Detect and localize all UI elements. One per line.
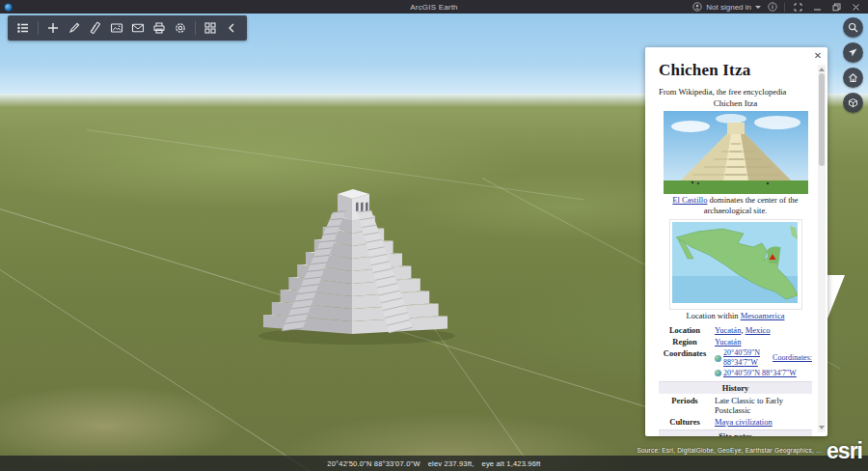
cultures-row: Cultures Maya civilization	[659, 417, 812, 427]
home-button[interactable]	[843, 68, 863, 88]
fullscreen-button[interactable]	[792, 1, 804, 13]
status-bar: 20°42'50.0"N 88°33'07.0"W elev 237.93ft,…	[0, 456, 868, 471]
scrollbar-thumb[interactable]	[819, 73, 825, 166]
maya-civilization-link[interactable]: Maya civilization	[715, 417, 773, 427]
draw-icon[interactable]	[65, 18, 84, 38]
scroll-down-icon[interactable]	[819, 426, 825, 429]
region-yucatan-link[interactable]: Yucatán	[715, 337, 741, 346]
mesoamerica-map[interactable]	[672, 222, 798, 303]
sign-in-menu[interactable]: Not signed in	[692, 2, 761, 12]
region-row: Region Yucatán	[659, 337, 812, 346]
el-castillo-link[interactable]: El Castillo	[672, 195, 707, 205]
user-account-icon	[692, 2, 702, 12]
globe-icon	[715, 370, 721, 376]
coordinates-row: Coordinates 20°40′59″N 88°34′7″WCoordina…	[659, 348, 812, 378]
wiki-subtitle: From Wikipedia, the free encyclopedia	[659, 87, 812, 97]
photo-caption: El Castillo dominates the center of the …	[659, 195, 812, 215]
coordinates-link-1[interactable]: 20°40′59″N 88°34′7″W	[723, 348, 771, 369]
eye-altitude-readout: eye alt 1,423.96ft	[482, 459, 541, 468]
cursor-coordinates: 20°42'50.0"N 88°33'07.0"W	[327, 459, 420, 468]
collapse-toolbar-icon[interactable]	[222, 18, 241, 38]
apps-grid-icon[interactable]	[201, 18, 220, 38]
el-castillo-photo[interactable]	[664, 111, 808, 194]
map-caption: Location within Mesoamerica	[659, 311, 812, 321]
minimize-button[interactable]	[811, 1, 824, 13]
about-info-icon[interactable]	[768, 2, 777, 12]
location-row: Location Yucatán, Mexico	[659, 325, 812, 335]
restore-button[interactable]	[830, 1, 843, 13]
nav-rail	[843, 17, 863, 113]
map-attribution: Source: Esri, DigitalGlobe, GeoEye, Eart…	[637, 447, 822, 454]
scroll-up-icon[interactable]	[819, 68, 825, 71]
site-notes-header: Site notes	[659, 429, 812, 436]
print-icon[interactable]	[149, 18, 169, 38]
mexico-link[interactable]: Mexico	[746, 325, 771, 335]
infobox-title: Chichen Itza	[659, 98, 812, 108]
add-data-icon[interactable]	[43, 18, 63, 38]
coordinates-label-link[interactable]: Coordinates:	[773, 353, 812, 363]
scene-view-button[interactable]	[843, 93, 863, 113]
locator-map-frame	[669, 219, 802, 310]
el-castillo-3d-model[interactable]	[243, 154, 467, 347]
coordinates-link-2[interactable]: 20°40′59″N 88°34′7″W	[723, 369, 797, 378]
email-share-icon[interactable]	[128, 18, 148, 38]
popup-title: Chichen Itza	[659, 61, 812, 80]
esri-logo: esri	[827, 438, 862, 464]
sign-in-label: Not signed in	[706, 3, 751, 12]
popup-scrollbar[interactable]	[818, 65, 826, 432]
globe-icon	[715, 355, 721, 362]
title-bar: ArcGIS Earth Not signed in	[0, 0, 868, 14]
main-toolbar	[8, 15, 247, 41]
search-button[interactable]	[843, 17, 863, 38]
mesoamerica-link[interactable]: Mesoamerica	[741, 311, 785, 320]
table-of-contents-icon[interactable]	[14, 18, 33, 38]
close-button[interactable]	[850, 1, 862, 13]
toolbar-divider	[38, 21, 39, 35]
titlebar-divider	[784, 3, 785, 12]
popup-close-icon[interactable]: ✕	[812, 50, 824, 62]
navigate-button[interactable]	[843, 42, 863, 63]
history-header: History	[659, 381, 812, 394]
chevron-down-icon	[755, 6, 761, 9]
toolbar-divider	[195, 21, 196, 35]
settings-icon[interactable]	[171, 18, 190, 38]
arcgis-earth-window: ArcGIS Earth Not signed in	[0, 0, 868, 471]
periods-row: Periods Late Classic to Early Postclassi…	[659, 396, 812, 415]
yucatan-link[interactable]: Yucatán	[715, 325, 741, 335]
elevation-readout: elev 237.93ft,	[428, 459, 475, 468]
measure-icon[interactable]	[86, 18, 105, 38]
feature-popup: ✕ Chichen Itza From Wikipedia, the free …	[645, 47, 827, 436]
image-overlay-icon[interactable]	[107, 18, 126, 38]
